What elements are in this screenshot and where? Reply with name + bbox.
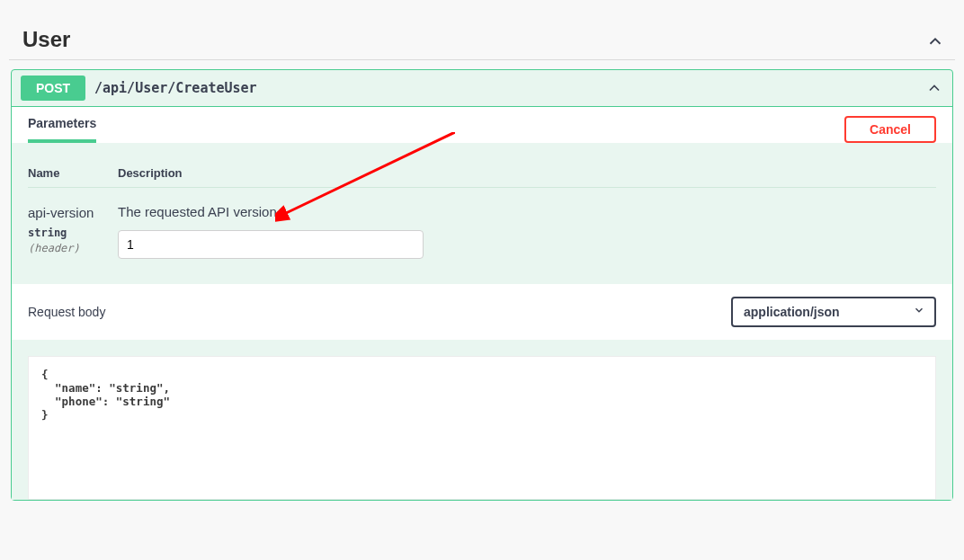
- table-row: api-version string (header) The requeste…: [28, 204, 936, 259]
- request-body-bar: Request body application/json: [12, 284, 952, 340]
- divider: [9, 59, 955, 60]
- section-header[interactable]: User: [9, 27, 955, 59]
- http-method-badge: POST: [21, 76, 85, 101]
- section-title: User: [22, 27, 70, 52]
- chevron-up-icon: [925, 31, 942, 48]
- parameter-name: api-version: [28, 205, 94, 220]
- cancel-button[interactable]: Cancel: [844, 116, 936, 143]
- operation-summary[interactable]: POST /api/User/CreateUser: [12, 70, 952, 106]
- table-header: Name Description: [28, 154, 936, 188]
- request-body-label: Request body: [28, 305, 105, 319]
- tab-parameters[interactable]: Parameters: [28, 116, 96, 143]
- column-description: Description: [118, 166, 936, 180]
- parameter-in: (header): [28, 242, 118, 256]
- parameter-name-cell: api-version string (header): [28, 204, 118, 256]
- request-body-section: { "name": "string", "phone": "string" }: [12, 340, 952, 500]
- collapse-button[interactable]: [925, 79, 943, 97]
- parameters-bar: Parameters Cancel: [12, 107, 952, 143]
- parameter-type: string: [28, 227, 118, 241]
- parameter-description-cell: The requested API version: [118, 204, 936, 259]
- request-body-editor[interactable]: { "name": "string", "phone": "string" }: [28, 356, 936, 500]
- operation-body: Parameters Cancel Name Description api-v…: [12, 106, 952, 500]
- column-name: Name: [28, 166, 118, 180]
- operation-block: POST /api/User/CreateUser Parameters Can…: [11, 69, 953, 501]
- content-type-select[interactable]: application/json: [731, 297, 936, 327]
- chevron-up-icon: [925, 79, 943, 97]
- parameters-section: Name Description api-version string (hea…: [12, 143, 952, 284]
- operation-path: /api/User/CreateUser: [94, 80, 257, 96]
- parameter-value-input[interactable]: [118, 230, 424, 259]
- parameter-description: The requested API version: [118, 204, 936, 219]
